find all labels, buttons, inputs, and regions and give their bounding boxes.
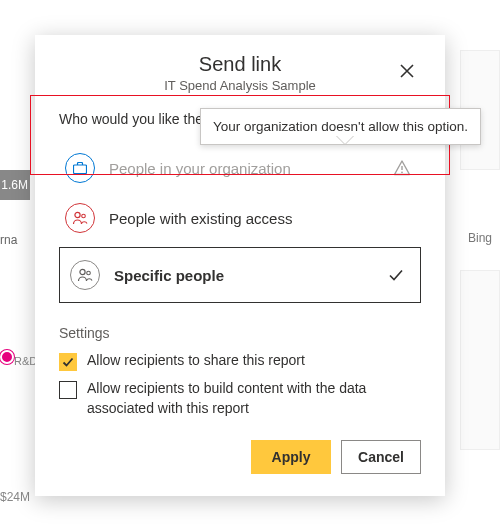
checkbox-allow-share[interactable]: Allow recipients to share this report (59, 351, 421, 371)
close-icon (400, 64, 414, 78)
checkbox-label: Allow recipients to share this report (87, 351, 305, 371)
dialog-buttons: Apply Cancel (59, 440, 421, 474)
warning-icon (393, 159, 411, 177)
svg-point-5 (80, 269, 85, 274)
checkbox-input[interactable] (59, 381, 77, 399)
svg-rect-0 (74, 165, 87, 174)
close-button[interactable] (391, 55, 423, 87)
apply-button[interactable]: Apply (251, 440, 331, 474)
bg-legend-label: R&D (14, 355, 37, 367)
checkmark-icon (62, 356, 74, 368)
checkmark-icon (388, 267, 404, 283)
bg-metric-chip: 1.6M (0, 170, 30, 200)
bg-visual-tile (460, 270, 500, 450)
people-icon (70, 260, 100, 290)
svg-point-6 (87, 271, 91, 275)
people-icon (65, 203, 95, 233)
settings-heading: Settings (59, 325, 421, 341)
svg-point-4 (82, 214, 86, 218)
svg-point-3 (75, 212, 80, 217)
option-people-in-org: People in your organization (59, 143, 421, 193)
option-label: People with existing access (109, 210, 415, 227)
cancel-button[interactable]: Cancel (341, 440, 421, 474)
bg-map-attribution: Bing (460, 185, 500, 245)
tooltip-org-disabled: Your organization doesn't allow this opt… (200, 108, 481, 145)
svg-point-2 (401, 171, 403, 173)
dialog-header: Send link IT Spend Analysis Sample (59, 53, 421, 93)
option-label: People in your organization (109, 160, 379, 177)
dialog-subtitle: IT Spend Analysis Sample (59, 78, 421, 93)
checkbox-input[interactable] (59, 353, 77, 371)
option-people-existing-access[interactable]: People with existing access (59, 193, 421, 243)
bg-label: rna (0, 225, 30, 255)
option-specific-people[interactable]: Specific people (59, 247, 421, 303)
send-link-dialog: Send link IT Spend Analysis Sample Who w… (35, 35, 445, 496)
checkbox-allow-build[interactable]: Allow recipients to build content with t… (59, 379, 421, 418)
dialog-title: Send link (59, 53, 421, 76)
checkbox-label: Allow recipients to build content with t… (87, 379, 421, 418)
briefcase-icon (65, 153, 95, 183)
option-label: Specific people (114, 267, 374, 284)
